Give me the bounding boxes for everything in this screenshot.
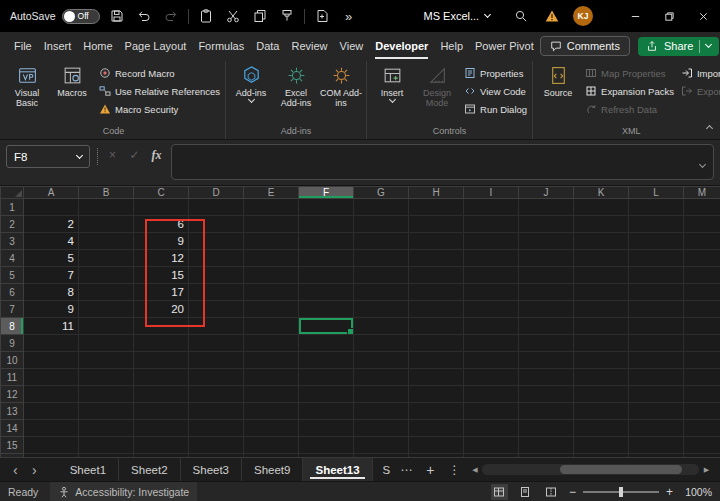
visual-basic-button[interactable]: Visual Basic — [5, 61, 49, 125]
save-button[interactable] — [107, 6, 127, 26]
window-title[interactable]: MS Excel... — [424, 10, 491, 22]
menu-tab-page-layout[interactable]: Page Layout — [119, 32, 193, 60]
insert-controls-button[interactable]: Insert — [370, 61, 414, 125]
column-header-H[interactable]: H — [409, 187, 464, 199]
select-all-corner[interactable] — [1, 187, 24, 199]
cell-F5[interactable] — [299, 267, 354, 284]
cell-B8[interactable] — [79, 318, 134, 335]
cell-G10[interactable] — [354, 352, 409, 369]
cell-A6[interactable]: 8 — [24, 284, 79, 301]
cell-M3[interactable] — [684, 233, 720, 250]
search-icon[interactable] — [511, 6, 531, 26]
row-header-2[interactable]: 2 — [1, 216, 24, 233]
menu-tab-help[interactable]: Help — [434, 32, 469, 60]
menu-tab-developer[interactable]: Developer — [369, 32, 434, 60]
cell-C12[interactable] — [134, 386, 189, 403]
cell-M1[interactable] — [684, 199, 720, 216]
cell-J14[interactable] — [519, 420, 574, 437]
cell-A13[interactable] — [24, 403, 79, 420]
comments-button[interactable]: Comments — [540, 36, 630, 56]
cell-F3[interactable] — [299, 233, 354, 250]
enter-icon[interactable]: ✓ — [127, 148, 142, 162]
row-header-1[interactable]: 1 — [1, 199, 24, 216]
expansion-packs-button[interactable]: Expansion Packs — [585, 85, 674, 97]
menu-tab-insert[interactable]: Insert — [38, 32, 78, 60]
cell-A1[interactable] — [24, 199, 79, 216]
row-header-4[interactable]: 4 — [1, 250, 24, 267]
view-code-button[interactable]: View Code — [464, 85, 527, 97]
cell-K7[interactable] — [574, 301, 629, 318]
cell-H16[interactable] — [409, 454, 464, 458]
cell-H14[interactable] — [409, 420, 464, 437]
cell-C16[interactable] — [134, 454, 189, 458]
cell-G8[interactable] — [354, 318, 409, 335]
scrollbar-track[interactable] — [482, 464, 699, 475]
cell-D1[interactable] — [189, 199, 244, 216]
column-header-J[interactable]: J — [519, 187, 574, 199]
cell-I9[interactable] — [464, 335, 519, 352]
row-header-10[interactable]: 10 — [1, 352, 24, 369]
cell-F6[interactable] — [299, 284, 354, 301]
refresh-data-button[interactable]: Refresh Data — [585, 103, 674, 115]
cell-L9[interactable] — [629, 335, 684, 352]
cell-M9[interactable] — [684, 335, 720, 352]
cell-H3[interactable] — [409, 233, 464, 250]
cell-I12[interactable] — [464, 386, 519, 403]
cell-F16[interactable] — [299, 454, 354, 458]
cell-G6[interactable] — [354, 284, 409, 301]
cell-B15[interactable] — [79, 437, 134, 454]
cell-G7[interactable] — [354, 301, 409, 318]
zoom-slider[interactable] — [583, 491, 659, 493]
cell-B3[interactable] — [79, 233, 134, 250]
cell-G3[interactable] — [354, 233, 409, 250]
cell-K9[interactable] — [574, 335, 629, 352]
zoom-slider-thumb[interactable] — [619, 487, 623, 497]
cell-L11[interactable] — [629, 369, 684, 386]
cell-I6[interactable] — [464, 284, 519, 301]
cell-G13[interactable] — [354, 403, 409, 420]
cell-D7[interactable] — [189, 301, 244, 318]
cell-M15[interactable] — [684, 437, 720, 454]
cell-B5[interactable] — [79, 267, 134, 284]
cell-E16[interactable] — [244, 454, 299, 458]
cell-L8[interactable] — [629, 318, 684, 335]
excel-add-ins-button[interactable]: Excel Add-ins — [274, 61, 318, 125]
cell-F9[interactable] — [299, 335, 354, 352]
cell-E8[interactable] — [244, 318, 299, 335]
cell-K16[interactable] — [574, 454, 629, 458]
cell-D14[interactable] — [189, 420, 244, 437]
cell-B14[interactable] — [79, 420, 134, 437]
column-header-A[interactable]: A — [24, 187, 79, 199]
cell-J12[interactable] — [519, 386, 574, 403]
cell-B16[interactable] — [79, 454, 134, 458]
cell-M6[interactable] — [684, 284, 720, 301]
sheet-tab-sheet9[interactable]: Sheet9 — [242, 458, 303, 481]
sheet-ellipsis-button[interactable]: ⋯ — [393, 463, 419, 477]
restore-button[interactable] — [652, 0, 686, 32]
cell-E10[interactable] — [244, 352, 299, 369]
share-button[interactable]: Share — [638, 37, 719, 56]
properties-button[interactable]: Properties — [464, 67, 527, 79]
cell-J16[interactable] — [519, 454, 574, 458]
menu-tab-data[interactable]: Data — [250, 32, 285, 60]
cell-D10[interactable] — [189, 352, 244, 369]
use-relative-references-button[interactable]: Use Relative References — [99, 85, 220, 97]
cell-M4[interactable] — [684, 250, 720, 267]
sheet-tab-sheet13[interactable]: Sheet13 — [303, 458, 372, 481]
cell-J2[interactable] — [519, 216, 574, 233]
scrollbar-thumb[interactable] — [560, 465, 681, 474]
cell-K13[interactable] — [574, 403, 629, 420]
menu-tab-file[interactable]: File — [8, 32, 38, 60]
cell-K12[interactable] — [574, 386, 629, 403]
map-properties-button[interactable]: Map Properties — [585, 67, 674, 79]
cell-D8[interactable] — [189, 318, 244, 335]
cell-E7[interactable] — [244, 301, 299, 318]
cell-M7[interactable] — [684, 301, 720, 318]
cell-D6[interactable] — [189, 284, 244, 301]
cancel-icon[interactable]: × — [105, 148, 120, 162]
redo-button[interactable] — [161, 6, 181, 26]
close-button[interactable] — [686, 0, 720, 32]
new-document-button[interactable] — [312, 6, 332, 26]
column-header-F[interactable]: F — [299, 187, 354, 199]
cell-L12[interactable] — [629, 386, 684, 403]
